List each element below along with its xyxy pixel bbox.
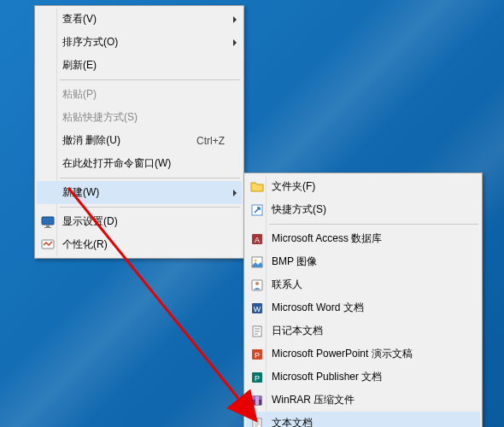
folder-icon: [249, 179, 265, 195]
submenu-word-label: Microsoft Word 文档: [272, 301, 463, 315]
svg-point-10: [255, 282, 259, 285]
submenu-journal-label: 日记本文档: [272, 324, 463, 338]
menu-separator: [60, 79, 240, 80]
submenu-folder-label: 文件夹(F): [272, 179, 463, 194]
svg-rect-23: [255, 396, 259, 405]
menu-open-cmd[interactable]: 在此处打开命令窗口(W): [37, 152, 242, 175]
menu-new-label: 新建(W): [62, 185, 225, 200]
personalize-icon: [40, 237, 56, 253]
submenu-access-label: Microsoft Access 数据库: [272, 231, 463, 246]
menu-sort-label: 排序方式(O): [62, 35, 225, 50]
submenu-shortcut-label: 快捷方式(S): [272, 202, 463, 217]
display-icon: [40, 214, 56, 230]
menu-personalize[interactable]: 个性化(R): [37, 233, 242, 256]
bmp-icon: [249, 254, 265, 270]
menu-new[interactable]: 新建(W): [37, 181, 242, 204]
svg-point-8: [255, 259, 257, 261]
svg-text:A: A: [255, 236, 260, 244]
menu-sort[interactable]: 排序方式(O): [37, 31, 242, 54]
journal-icon: [249, 324, 265, 339]
menu-separator: [60, 178, 240, 178]
chevron-right-icon: [233, 39, 237, 46]
menu-paste-shortcut: 粘贴快捷方式(S): [37, 106, 242, 129]
svg-rect-2: [44, 227, 51, 228]
access-icon: A: [249, 231, 265, 247]
menu-view[interactable]: 查看(V): [37, 8, 242, 31]
submenu-contact[interactable]: 联系人: [246, 273, 480, 296]
desktop-context-menu: 查看(V) 排序方式(O) 刷新(E) 粘贴(P) 粘贴快捷方式(S) 撤消 删…: [34, 5, 244, 259]
submenu-folder[interactable]: 文件夹(F): [246, 175, 480, 198]
submenu-journal[interactable]: 日记本文档: [246, 319, 480, 342]
svg-rect-1: [46, 225, 50, 227]
menu-undo-shortcut: Ctrl+Z: [196, 135, 225, 147]
svg-rect-0: [42, 217, 54, 225]
submenu-access[interactable]: A Microsoft Access 数据库: [246, 227, 480, 250]
menu-separator: [60, 207, 240, 208]
svg-text:P: P: [255, 351, 260, 360]
submenu-publisher[interactable]: P Microsoft Publisher 文档: [246, 366, 480, 389]
submenu-shortcut[interactable]: 快捷方式(S): [246, 198, 480, 221]
menu-undo-label: 撤消 删除(U): [62, 133, 179, 148]
svg-text:W: W: [254, 305, 261, 313]
submenu-ppt-label: Microsoft PowerPoint 演示文稿: [272, 347, 463, 361]
menu-view-label: 查看(V): [62, 12, 225, 26]
shortcut-icon: [249, 202, 265, 218]
submenu-bmp-label: BMP 图像: [272, 254, 463, 269]
menu-refresh-label: 刷新(E): [62, 58, 225, 73]
submenu-contact-label: 联系人: [272, 278, 463, 292]
word-icon: W: [249, 301, 265, 316]
menu-refresh[interactable]: 刷新(E): [37, 54, 242, 77]
menu-open-cmd-label: 在此处打开命令窗口(W): [62, 156, 225, 171]
new-submenu: 文件夹(F) 快捷方式(S) A Microsoft Access 数据库 BM…: [243, 173, 483, 427]
menu-paste: 粘贴(P): [37, 83, 242, 106]
ppt-icon: P: [249, 347, 265, 362]
submenu-txt[interactable]: 文本文档: [246, 412, 480, 427]
menu-display-label: 显示设置(D): [62, 214, 225, 229]
submenu-powerpoint[interactable]: P Microsoft PowerPoint 演示文稿: [246, 342, 480, 366]
submenu-winrar[interactable]: WinRAR 压缩文件: [246, 389, 480, 412]
submenu-bmp[interactable]: BMP 图像: [246, 250, 480, 273]
chevron-right-icon: [233, 190, 237, 196]
menu-paste-label: 粘贴(P): [62, 87, 225, 102]
txt-icon: [249, 416, 265, 428]
submenu-txt-label: 文本文档: [272, 416, 463, 427]
submenu-publisher-label: Microsoft Publisher 文档: [272, 370, 463, 384]
svg-text:P: P: [255, 374, 260, 383]
menu-personalize-label: 个性化(R): [62, 237, 225, 252]
menu-undo-delete[interactable]: 撤消 删除(U) Ctrl+Z: [37, 129, 242, 152]
winrar-icon: [249, 393, 265, 408]
submenu-word[interactable]: W Microsoft Word 文档: [246, 296, 480, 319]
publisher-icon: P: [249, 370, 265, 385]
chevron-right-icon: [233, 16, 237, 23]
menu-separator: [269, 224, 478, 225]
contact-icon: [249, 278, 265, 293]
submenu-winrar-label: WinRAR 压缩文件: [272, 393, 463, 407]
menu-display-settings[interactable]: 显示设置(D): [37, 210, 242, 233]
menu-paste-shortcut-label: 粘贴快捷方式(S): [62, 110, 225, 125]
